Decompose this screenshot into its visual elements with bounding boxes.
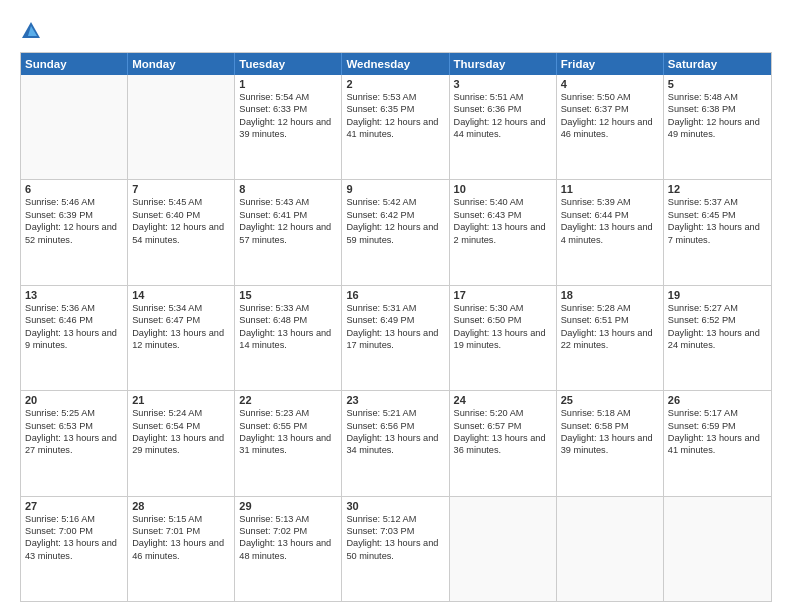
calendar-row-3: 20Sunrise: 5:25 AM Sunset: 6:53 PM Dayli…	[21, 390, 771, 495]
cell-details: Sunrise: 5:31 AM Sunset: 6:49 PM Dayligh…	[346, 303, 438, 350]
day-number: 29	[239, 500, 337, 512]
cal-cell-23: 23Sunrise: 5:21 AM Sunset: 6:56 PM Dayli…	[342, 391, 449, 495]
header	[20, 18, 772, 42]
cal-cell-4: 4Sunrise: 5:50 AM Sunset: 6:37 PM Daylig…	[557, 75, 664, 179]
cal-cell-29: 29Sunrise: 5:13 AM Sunset: 7:02 PM Dayli…	[235, 497, 342, 601]
calendar-row-4: 27Sunrise: 5:16 AM Sunset: 7:00 PM Dayli…	[21, 496, 771, 601]
calendar: SundayMondayTuesdayWednesdayThursdayFrid…	[20, 52, 772, 602]
day-number: 2	[346, 78, 444, 90]
cal-cell-17: 17Sunrise: 5:30 AM Sunset: 6:50 PM Dayli…	[450, 286, 557, 390]
cell-details: Sunrise: 5:36 AM Sunset: 6:46 PM Dayligh…	[25, 303, 117, 350]
day-number: 15	[239, 289, 337, 301]
day-number: 5	[668, 78, 767, 90]
header-day-wednesday: Wednesday	[342, 53, 449, 75]
cell-details: Sunrise: 5:42 AM Sunset: 6:42 PM Dayligh…	[346, 197, 438, 244]
cal-cell-10: 10Sunrise: 5:40 AM Sunset: 6:43 PM Dayli…	[450, 180, 557, 284]
cal-cell-27: 27Sunrise: 5:16 AM Sunset: 7:00 PM Dayli…	[21, 497, 128, 601]
day-number: 26	[668, 394, 767, 406]
header-day-friday: Friday	[557, 53, 664, 75]
cal-cell-16: 16Sunrise: 5:31 AM Sunset: 6:49 PM Dayli…	[342, 286, 449, 390]
cell-details: Sunrise: 5:45 AM Sunset: 6:40 PM Dayligh…	[132, 197, 224, 244]
calendar-row-1: 6Sunrise: 5:46 AM Sunset: 6:39 PM Daylig…	[21, 179, 771, 284]
cal-cell-8: 8Sunrise: 5:43 AM Sunset: 6:41 PM Daylig…	[235, 180, 342, 284]
cal-cell-13: 13Sunrise: 5:36 AM Sunset: 6:46 PM Dayli…	[21, 286, 128, 390]
day-number: 13	[25, 289, 123, 301]
cal-cell-empty	[557, 497, 664, 601]
day-number: 3	[454, 78, 552, 90]
cell-details: Sunrise: 5:33 AM Sunset: 6:48 PM Dayligh…	[239, 303, 331, 350]
cell-details: Sunrise: 5:27 AM Sunset: 6:52 PM Dayligh…	[668, 303, 760, 350]
cal-cell-9: 9Sunrise: 5:42 AM Sunset: 6:42 PM Daylig…	[342, 180, 449, 284]
cal-cell-15: 15Sunrise: 5:33 AM Sunset: 6:48 PM Dayli…	[235, 286, 342, 390]
day-number: 25	[561, 394, 659, 406]
day-number: 9	[346, 183, 444, 195]
day-number: 1	[239, 78, 337, 90]
day-number: 20	[25, 394, 123, 406]
calendar-row-0: 1Sunrise: 5:54 AM Sunset: 6:33 PM Daylig…	[21, 75, 771, 179]
cal-cell-6: 6Sunrise: 5:46 AM Sunset: 6:39 PM Daylig…	[21, 180, 128, 284]
cell-details: Sunrise: 5:25 AM Sunset: 6:53 PM Dayligh…	[25, 408, 117, 455]
day-number: 30	[346, 500, 444, 512]
day-number: 27	[25, 500, 123, 512]
cal-cell-14: 14Sunrise: 5:34 AM Sunset: 6:47 PM Dayli…	[128, 286, 235, 390]
cal-cell-24: 24Sunrise: 5:20 AM Sunset: 6:57 PM Dayli…	[450, 391, 557, 495]
day-number: 24	[454, 394, 552, 406]
cell-details: Sunrise: 5:23 AM Sunset: 6:55 PM Dayligh…	[239, 408, 331, 455]
day-number: 12	[668, 183, 767, 195]
cell-details: Sunrise: 5:12 AM Sunset: 7:03 PM Dayligh…	[346, 514, 438, 561]
cal-cell-1: 1Sunrise: 5:54 AM Sunset: 6:33 PM Daylig…	[235, 75, 342, 179]
cal-cell-30: 30Sunrise: 5:12 AM Sunset: 7:03 PM Dayli…	[342, 497, 449, 601]
cell-details: Sunrise: 5:20 AM Sunset: 6:57 PM Dayligh…	[454, 408, 546, 455]
cell-details: Sunrise: 5:50 AM Sunset: 6:37 PM Dayligh…	[561, 92, 653, 139]
cell-details: Sunrise: 5:30 AM Sunset: 6:50 PM Dayligh…	[454, 303, 546, 350]
cal-cell-25: 25Sunrise: 5:18 AM Sunset: 6:58 PM Dayli…	[557, 391, 664, 495]
cell-details: Sunrise: 5:48 AM Sunset: 6:38 PM Dayligh…	[668, 92, 760, 139]
cal-cell-19: 19Sunrise: 5:27 AM Sunset: 6:52 PM Dayli…	[664, 286, 771, 390]
calendar-row-2: 13Sunrise: 5:36 AM Sunset: 6:46 PM Dayli…	[21, 285, 771, 390]
cell-details: Sunrise: 5:37 AM Sunset: 6:45 PM Dayligh…	[668, 197, 760, 244]
day-number: 23	[346, 394, 444, 406]
header-day-sunday: Sunday	[21, 53, 128, 75]
cell-details: Sunrise: 5:28 AM Sunset: 6:51 PM Dayligh…	[561, 303, 653, 350]
header-day-thursday: Thursday	[450, 53, 557, 75]
cell-details: Sunrise: 5:39 AM Sunset: 6:44 PM Dayligh…	[561, 197, 653, 244]
cell-details: Sunrise: 5:21 AM Sunset: 6:56 PM Dayligh…	[346, 408, 438, 455]
cal-cell-empty	[128, 75, 235, 179]
cal-cell-28: 28Sunrise: 5:15 AM Sunset: 7:01 PM Dayli…	[128, 497, 235, 601]
cell-details: Sunrise: 5:34 AM Sunset: 6:47 PM Dayligh…	[132, 303, 224, 350]
header-day-saturday: Saturday	[664, 53, 771, 75]
day-number: 22	[239, 394, 337, 406]
day-number: 16	[346, 289, 444, 301]
cal-cell-18: 18Sunrise: 5:28 AM Sunset: 6:51 PM Dayli…	[557, 286, 664, 390]
header-day-monday: Monday	[128, 53, 235, 75]
cell-details: Sunrise: 5:43 AM Sunset: 6:41 PM Dayligh…	[239, 197, 331, 244]
cal-cell-empty	[21, 75, 128, 179]
day-number: 19	[668, 289, 767, 301]
cal-cell-20: 20Sunrise: 5:25 AM Sunset: 6:53 PM Dayli…	[21, 391, 128, 495]
logo	[20, 18, 46, 42]
cell-details: Sunrise: 5:18 AM Sunset: 6:58 PM Dayligh…	[561, 408, 653, 455]
day-number: 4	[561, 78, 659, 90]
calendar-body: 1Sunrise: 5:54 AM Sunset: 6:33 PM Daylig…	[21, 75, 771, 601]
day-number: 28	[132, 500, 230, 512]
cell-details: Sunrise: 5:24 AM Sunset: 6:54 PM Dayligh…	[132, 408, 224, 455]
cell-details: Sunrise: 5:13 AM Sunset: 7:02 PM Dayligh…	[239, 514, 331, 561]
day-number: 8	[239, 183, 337, 195]
cell-details: Sunrise: 5:46 AM Sunset: 6:39 PM Dayligh…	[25, 197, 117, 244]
day-number: 6	[25, 183, 123, 195]
cell-details: Sunrise: 5:54 AM Sunset: 6:33 PM Dayligh…	[239, 92, 331, 139]
cal-cell-11: 11Sunrise: 5:39 AM Sunset: 6:44 PM Dayli…	[557, 180, 664, 284]
cal-cell-22: 22Sunrise: 5:23 AM Sunset: 6:55 PM Dayli…	[235, 391, 342, 495]
logo-icon	[20, 20, 42, 42]
header-day-tuesday: Tuesday	[235, 53, 342, 75]
cal-cell-5: 5Sunrise: 5:48 AM Sunset: 6:38 PM Daylig…	[664, 75, 771, 179]
day-number: 18	[561, 289, 659, 301]
cal-cell-21: 21Sunrise: 5:24 AM Sunset: 6:54 PM Dayli…	[128, 391, 235, 495]
cell-details: Sunrise: 5:15 AM Sunset: 7:01 PM Dayligh…	[132, 514, 224, 561]
cal-cell-7: 7Sunrise: 5:45 AM Sunset: 6:40 PM Daylig…	[128, 180, 235, 284]
cal-cell-12: 12Sunrise: 5:37 AM Sunset: 6:45 PM Dayli…	[664, 180, 771, 284]
cal-cell-empty	[664, 497, 771, 601]
day-number: 7	[132, 183, 230, 195]
calendar-header: SundayMondayTuesdayWednesdayThursdayFrid…	[21, 53, 771, 75]
cell-details: Sunrise: 5:53 AM Sunset: 6:35 PM Dayligh…	[346, 92, 438, 139]
